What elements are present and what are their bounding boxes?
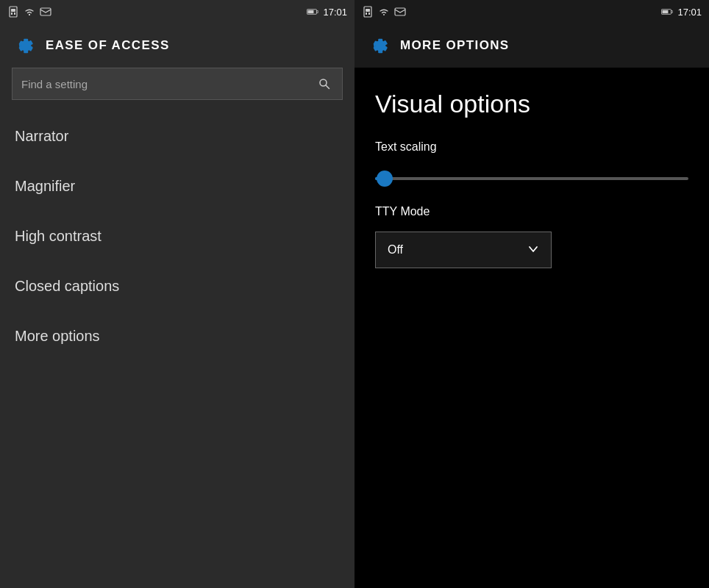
text-scaling-label: Text scaling <box>375 140 688 154</box>
slider-wrapper[interactable] <box>375 167 688 183</box>
svg-rect-5 <box>40 8 51 15</box>
sidebar-item-narrator[interactable]: Narrator <box>0 112 354 162</box>
sidebar-item-high-contrast[interactable]: High contrast <box>0 212 354 262</box>
svg-rect-13 <box>368 12 370 15</box>
right-wifi-icon <box>378 6 390 18</box>
slider-track[interactable] <box>375 177 688 180</box>
ease-of-access-gear-icon <box>12 34 35 57</box>
svg-rect-1 <box>11 9 15 12</box>
svg-rect-3 <box>14 12 15 15</box>
svg-rect-7 <box>308 10 314 13</box>
left-header: EASE OF ACCESS <box>0 24 354 68</box>
search-button[interactable] <box>316 75 333 93</box>
sidebar-item-more-options[interactable]: More options <box>0 312 354 362</box>
tty-mode-section: TTY Mode Off <box>375 205 688 268</box>
sim-icon <box>7 6 19 18</box>
left-status-bar: 17:01 <box>0 0 354 24</box>
page-title: Visual options <box>375 90 688 118</box>
right-message-icon <box>394 6 406 18</box>
wifi-icon <box>24 6 35 18</box>
right-status-icons <box>362 6 406 18</box>
tty-mode-value: Off <box>388 243 403 257</box>
search-bar[interactable] <box>12 68 343 100</box>
left-status-right-icons: 17:01 <box>307 6 347 18</box>
svg-rect-2 <box>11 12 13 15</box>
right-content: Visual options Text scaling TTY Mode Off <box>354 68 709 588</box>
tty-mode-dropdown[interactable]: Off <box>375 232 552 268</box>
search-input[interactable] <box>21 78 316 90</box>
svg-rect-11 <box>366 9 370 12</box>
left-header-title: EASE OF ACCESS <box>46 38 170 53</box>
tty-mode-label: TTY Mode <box>375 205 688 218</box>
right-time: 17:01 <box>677 7 702 18</box>
svg-rect-12 <box>366 12 367 15</box>
sidebar-item-closed-captions[interactable]: Closed captions <box>0 262 354 312</box>
svg-point-14 <box>383 14 385 15</box>
right-status-bar: 17:01 <box>354 0 709 24</box>
svg-rect-15 <box>395 8 405 15</box>
battery-icon <box>307 6 318 18</box>
message-icon <box>40 6 51 18</box>
left-panel: 17:01 EASE OF ACCESS Narrator Magnifier <box>0 0 354 588</box>
left-time: 17:01 <box>323 7 347 18</box>
left-status-icons <box>7 6 51 18</box>
more-options-gear-icon <box>366 34 390 57</box>
svg-rect-17 <box>663 10 669 13</box>
right-battery-icon <box>661 6 673 18</box>
svg-line-9 <box>326 85 329 89</box>
right-header: MORE OPTIONS <box>354 24 709 68</box>
svg-point-4 <box>29 14 30 15</box>
text-scaling-section: Text scaling <box>375 140 688 183</box>
right-panel: 17:01 MORE OPTIONS Visual options Text s… <box>354 0 709 588</box>
slider-thumb[interactable] <box>377 171 393 187</box>
right-header-title: MORE OPTIONS <box>400 38 510 53</box>
nav-menu: Narrator Magnifier High contrast Closed … <box>0 112 354 588</box>
search-container <box>0 68 354 112</box>
right-sim-icon <box>362 6 374 18</box>
sidebar-item-magnifier[interactable]: Magnifier <box>0 162 354 212</box>
chevron-down-icon <box>527 243 539 257</box>
right-status-right-icons: 17:01 <box>661 6 702 18</box>
